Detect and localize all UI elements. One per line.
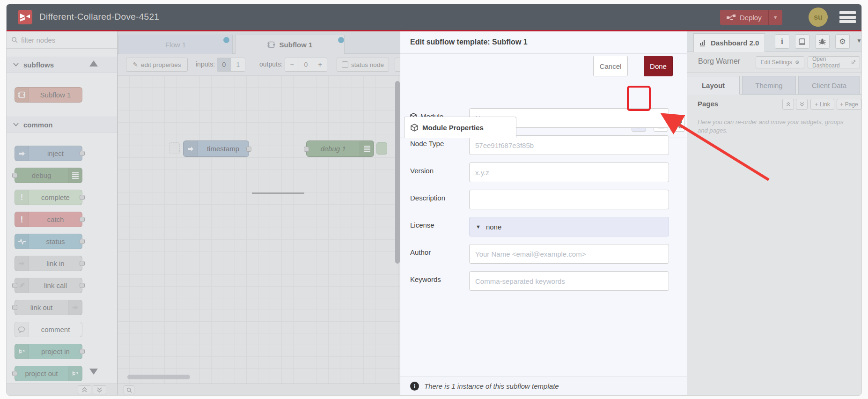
app-header: Different-Collared-Dove-4521 Deploy ▼ su [7,4,861,30]
license-dropdown[interactable]: ▼ none [469,217,669,236]
info-icon: i [410,382,419,391]
instance-count-text: There is 1 instance of this subflow temp… [424,382,559,390]
cube-icon [411,124,418,132]
license-field-label: License [410,221,434,229]
keywords-input[interactable] [469,271,669,291]
node-red-app-window: Different-Collared-Dove-4521 Deploy ▼ su [6,4,862,396]
appearance-tab-button[interactable] [670,117,685,132]
keywords-field-label: Keywords [410,275,441,283]
deploy-icon [727,14,736,21]
version-input[interactable] [469,163,669,182]
main-menu-button[interactable] [839,11,856,23]
header-red-line [7,30,861,31]
deploy-dropdown-caret[interactable]: ▼ [769,15,782,20]
deploy-label: Deploy [740,14,762,22]
caret-down-icon: ▼ [476,224,481,229]
dialog-footer: i There is 1 instance of this subflow te… [400,377,687,395]
dialog-title: Edit subflow template: Subflow 1 [410,38,528,46]
description-input[interactable] [469,190,669,209]
sidebar-shade-overlay [687,31,861,395]
workspace-shade-overlay [7,31,400,395]
dialog-header: Edit subflow template: Subflow 1 [400,31,687,54]
author-input[interactable] [469,244,669,264]
object-group-icon [674,120,682,128]
workspace-title: Different-Collared-Dove-4521 [39,12,159,22]
version-field-label: Version [410,167,434,175]
annotation-highlight-box [627,86,651,111]
user-avatar[interactable]: su [809,7,828,27]
done-button[interactable]: Done [644,56,673,76]
node-type-input[interactable] [469,135,669,155]
module-properties-tab[interactable]: Module Properties [404,117,516,138]
description-field-label: Description [410,194,445,202]
author-field-label: Author [410,248,431,256]
node-red-logo-icon [18,10,32,24]
deploy-button[interactable]: Deploy ▼ [720,10,782,25]
cancel-button[interactable]: Cancel [593,56,628,76]
node-type-field-label: Node Type [410,140,444,148]
